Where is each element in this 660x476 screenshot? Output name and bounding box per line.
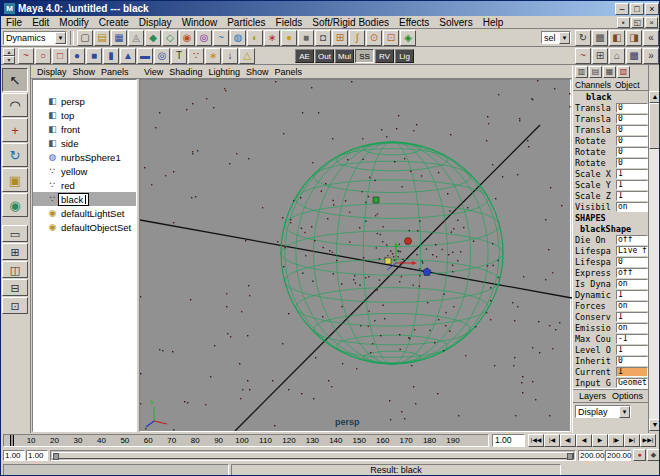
shelf-square-icon[interactable]: □ <box>52 48 68 64</box>
show-channel-box-icon[interactable]: ▦ <box>603 66 616 78</box>
outliner-item[interactable]: ∵ black <box>33 192 136 206</box>
channel-row[interactable]: Input G Geometry L <box>573 377 649 388</box>
channel-row[interactable]: Transla 0 <box>573 102 649 113</box>
channel-value-field[interactable]: 1 <box>616 180 648 190</box>
scrollbar-track[interactable] <box>649 103 660 419</box>
shelf-circle-icon[interactable]: ○ <box>35 48 51 64</box>
shelf-light-icon[interactable]: △ <box>239 48 255 64</box>
minimize-icon[interactable]: – <box>615 3 629 15</box>
shelf-cone-icon[interactable]: ▲ <box>120 48 136 64</box>
channel-row[interactable]: Rotate 0 <box>573 135 649 146</box>
select-object-icon[interactable]: ◆ <box>145 30 161 46</box>
selection-mask-combo[interactable]: sel ▾ <box>541 31 571 44</box>
snap-point-icon[interactable]: ⊙ <box>366 30 382 46</box>
play-forward-icon[interactable]: ▶ <box>592 434 608 447</box>
channel-row[interactable]: Rotate 0 <box>573 146 649 157</box>
maximize-icon[interactable]: □ <box>630 3 644 15</box>
channel-row[interactable]: Express off <box>573 267 649 278</box>
shelf-button[interactable]: AE <box>295 49 314 63</box>
shelf-tab-up-icon[interactable]: ▴ <box>3 48 15 56</box>
playback-end-field[interactable]: 200.00 <box>578 450 604 461</box>
channel-row[interactable]: Rotate 0 <box>573 157 649 168</box>
show-tool-settings-icon[interactable]: ▤ <box>589 66 602 78</box>
two-pane-layout-icon[interactable]: ⊟ <box>2 279 28 296</box>
menu-item[interactable]: Display <box>134 16 177 29</box>
show-attr-editor-icon[interactable]: ▥ <box>575 66 588 78</box>
ipr-render-icon[interactable]: ◨ <box>626 30 642 46</box>
channel-row[interactable]: black <box>573 91 649 102</box>
channel-value-field[interactable]: 1 <box>616 312 648 322</box>
menu-item[interactable]: Effects <box>394 16 434 29</box>
channel-row[interactable]: Current 1 <box>573 366 649 377</box>
panel-minimize-icon[interactable]: ▪ <box>617 17 630 28</box>
collapse-icon[interactable]: « <box>643 30 659 46</box>
construction-history-icon[interactable]: ↻ <box>575 30 591 46</box>
menu-item[interactable]: Solvers <box>434 16 477 29</box>
select-tool-icon[interactable]: ↖ <box>2 68 28 92</box>
hypershade-icon[interactable]: ▩ <box>626 48 642 64</box>
quick-render-icon[interactable]: ◧ <box>609 30 625 46</box>
menu-item[interactable]: Create <box>94 16 134 29</box>
rotate-tool-icon[interactable]: ↻ <box>2 143 28 167</box>
channel-value-field[interactable]: 1 <box>616 345 648 355</box>
channel-value-field[interactable]: Live forev <box>616 246 648 256</box>
persp-outliner-layout-icon[interactable]: ◫ <box>2 261 28 278</box>
mask-dynamics-icon[interactable]: ∗ <box>264 30 280 46</box>
panel-menu-item[interactable]: Layers <box>576 391 609 401</box>
time-slider[interactable]: 1020304050607080901001101201301401501601… <box>3 434 489 447</box>
outliner-item[interactable]: ◉ defaultLightSet <box>33 206 136 220</box>
snap-grid-icon[interactable]: ⊞ <box>332 30 348 46</box>
mask-misc-icon[interactable]: ■ <box>298 30 314 46</box>
channel-value-field[interactable]: 0 <box>616 103 648 113</box>
menu-item[interactable]: Help <box>478 16 509 29</box>
shelf-cylinder-icon[interactable]: ▮ <box>103 48 119 64</box>
channel-value-field[interactable]: on <box>616 323 648 333</box>
panel-menu-item[interactable]: Panels <box>98 67 132 77</box>
channel-value-field[interactable]: 0 <box>616 125 648 135</box>
mask-handles-icon[interactable]: ◉ <box>179 30 195 46</box>
layer-display-combo[interactable]: Display ▾ <box>575 405 631 418</box>
panel-menu-item[interactable]: Shading <box>166 67 205 77</box>
outliner-item[interactable]: ◉ defaultObjectSet <box>33 220 136 234</box>
menu-item[interactable]: File <box>1 16 27 29</box>
channel-value-field[interactable]: on <box>616 301 648 311</box>
panel-menu-item[interactable]: Panels <box>271 67 305 77</box>
title-bar[interactable]: M Maya 4.0: .\untitled --- black –□× <box>1 1 660 16</box>
select-component-icon[interactable]: ◇ <box>162 30 178 46</box>
channel-row[interactable]: Lifespa Live forev <box>573 245 649 256</box>
viewport-canvas[interactable]: y persp <box>139 79 571 432</box>
range-slider-thumb[interactable] <box>52 452 574 459</box>
menu-item[interactable]: Particles <box>222 16 270 29</box>
channel-row[interactable]: Dynamic 1 <box>573 289 649 300</box>
mask-rendering-icon[interactable]: ● <box>281 30 297 46</box>
channel-value-field[interactable]: 1 <box>616 169 648 179</box>
outliner-item[interactable]: ∵ yellow <box>33 164 136 178</box>
play-backward-icon[interactable]: ◀ <box>576 434 592 447</box>
channel-row[interactable]: Scale Y 1 <box>573 179 649 190</box>
chevron-down-icon[interactable]: ▾ <box>619 406 630 418</box>
menu-item[interactable]: Modify <box>54 16 93 29</box>
step-forward-frame-icon[interactable]: ▶| <box>624 434 640 447</box>
step-forward-key-icon[interactable]: |▶ <box>608 434 624 447</box>
shelf-button[interactable]: SS <box>355 49 374 63</box>
anim-end-field[interactable]: 200.00 <box>605 450 631 461</box>
open-scene-icon[interactable]: ▤ <box>94 30 110 46</box>
panel-menu-item[interactable]: Lighting <box>205 67 243 77</box>
channel-row[interactable]: Is Dyna on <box>573 278 649 289</box>
shelf-emitter-icon[interactable]: ∗ <box>205 48 221 64</box>
channel-row[interactable]: Lifespa 0 <box>573 256 649 267</box>
menuset-combo[interactable]: Dynamics ▾ <box>3 31 67 45</box>
channel-value-field[interactable]: Geometry L <box>616 378 648 388</box>
persp-graph-layout-icon[interactable]: ⊡ <box>2 297 28 314</box>
channel-row[interactable]: Scale Z 1 <box>573 190 649 201</box>
channel-row[interactable]: Forces on <box>573 300 649 311</box>
menu-item[interactable]: Edit <box>27 16 54 29</box>
channel-value-field[interactable]: on <box>616 279 648 289</box>
auto-key-icon[interactable]: ● <box>633 449 646 461</box>
channel-value-field[interactable]: 0 <box>616 147 648 157</box>
shelf-cube-icon[interactable]: ■ <box>86 48 102 64</box>
render-globals-icon[interactable]: ▩ <box>592 30 608 46</box>
scrollbar-thumb[interactable] <box>649 103 660 149</box>
channel-row[interactable]: Transla 0 <box>573 113 649 124</box>
step-back-frame-icon[interactable]: |◀ <box>544 434 560 447</box>
